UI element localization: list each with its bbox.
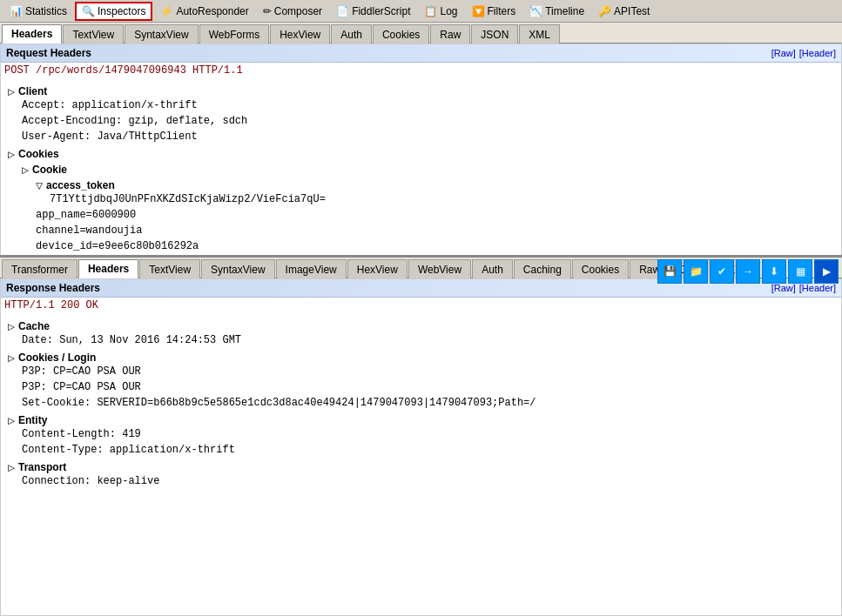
access-token-collapse-icon[interactable]: ▽ [36, 181, 43, 191]
toolbar-inspectors[interactable]: 🔍 Inspectors [75, 2, 152, 21]
main-toolbar: 📊 Statistics 🔍 Inspectors ⚡ AutoResponde… [0, 0, 842, 23]
transport-label: Transport [18, 461, 66, 473]
download-icon-btn[interactable]: ⬇ [762, 259, 786, 284]
response-header-links: [Raw] [Header] [771, 283, 836, 293]
request-tab-json[interactable]: JSON [471, 24, 518, 44]
accept-encoding-header: Accept-Encoding: gzip, deflate, sdch [8, 113, 834, 129]
cookies-login-collapse-icon[interactable]: ▷ [8, 353, 15, 363]
request-headers-title: Request Headers [6, 47, 91, 59]
response-tab-caching[interactable]: Caching [514, 259, 571, 278]
toolbar-composer[interactable]: ✏ Composer [257, 2, 328, 21]
response-tab-hexview[interactable]: HexView [347, 259, 408, 278]
request-tab-headers[interactable]: Headers [2, 24, 62, 44]
request-tab-xml[interactable]: XML [519, 24, 560, 44]
response-raw-link[interactable]: [Raw] [771, 283, 796, 293]
client-collapse-icon[interactable]: ▷ [8, 87, 15, 97]
request-tab-raw[interactable]: Raw [430, 24, 470, 44]
cookies-login-label: Cookies / Login [18, 352, 96, 364]
request-header-links: [Raw] [Header] [771, 48, 836, 58]
request-raw-link[interactable]: [Raw] [771, 48, 796, 58]
channel-item: channel=wandoujia [8, 223, 834, 238]
check-icon-btn[interactable]: ✔ [710, 259, 734, 284]
content-length-header: Content-Length: 419 [8, 426, 834, 442]
toolbar-filters-label: Filters [488, 5, 516, 17]
transport-collapse-icon[interactable]: ▷ [8, 463, 15, 472]
response-tab-transformer[interactable]: Transformer [2, 259, 77, 278]
request-tab-webforms[interactable]: WebForms [199, 24, 269, 44]
response-header-link[interactable]: [Header] [799, 283, 836, 293]
cache-label: Cache [18, 320, 50, 332]
p3p-1-header: P3P: CP=CAO PSA OUR [8, 364, 834, 379]
connection-header: Connection: keep-alive [8, 473, 834, 489]
request-headers-body: ▷ Client Accept: application/x-thrift Ac… [1, 78, 841, 258]
toolbar-log-label: Log [440, 5, 457, 17]
toolbar-timeline-label: Timeline [545, 5, 584, 17]
toolbar-apitest-label: APITest [614, 5, 650, 17]
response-tab-webview[interactable]: WebView [408, 259, 471, 278]
request-headers-section: Request Headers [Raw] [Header] POST /rpc… [0, 44, 842, 258]
cookies-group-label: ▷ Cookies [8, 148, 834, 160]
response-tab-textview[interactable]: TextView [139, 259, 200, 278]
request-tab-bar: Headers TextView SyntaxView WebForms Hex… [0, 23, 842, 44]
send-icon-btn[interactable]: → [736, 259, 760, 284]
timeline-icon: 📉 [529, 5, 542, 17]
set-cookie-header: Set-Cookie: SERVERID=b66b8b9c5e5865e1cdc… [8, 395, 834, 411]
script-icon: 📄 [336, 5, 349, 17]
request-tab-syntaxview[interactable]: SyntaxView [125, 24, 198, 44]
cookies-collapse-icon[interactable]: ▷ [8, 150, 15, 159]
entity-collapse-icon[interactable]: ▷ [8, 416, 15, 425]
toolbar-statistics[interactable]: 📊 Statistics [3, 2, 73, 21]
response-panel: Transformer Headers TextView SyntaxView … [0, 258, 842, 616]
response-tab-auth[interactable]: Auth [472, 259, 513, 278]
toolbar-apitest[interactable]: 🔑 APITest [592, 2, 656, 21]
save-icon-btn[interactable]: 💾 [657, 259, 682, 284]
transport-group-label: ▷ Transport [8, 461, 834, 473]
cookies-label: Cookies [18, 148, 59, 160]
toolbar-timeline[interactable]: 📉 Timeline [523, 2, 590, 21]
lightning-icon: ⚡ [160, 5, 173, 17]
filter-icon: 🔽 [472, 5, 485, 17]
toolbar-composer-label: Composer [274, 5, 322, 17]
entity-label: Entity [18, 414, 47, 426]
response-tab-imageview[interactable]: ImageView [276, 259, 347, 278]
chart-icon: 📊 [10, 5, 23, 17]
more-icon-btn[interactable]: ▶ [814, 259, 839, 284]
cookie-label: Cookie [32, 164, 67, 176]
response-tab-headers[interactable]: Headers [78, 259, 138, 278]
request-tab-auth[interactable]: Auth [331, 24, 372, 44]
response-status-line: HTTP/1.1 200 OK [1, 298, 841, 313]
access-token-group-label: ▽ access_token [8, 179, 834, 191]
request-headers-title-bar: Request Headers [Raw] [Header] [1, 44, 841, 63]
request-tab-hexview[interactable]: HexView [270, 24, 330, 44]
request-panel: Headers TextView SyntaxView WebForms Hex… [0, 23, 842, 258]
app-name-item: app_name=6000900 [8, 207, 834, 223]
toolbar-autoresponder[interactable]: ⚡ AutoResponder [154, 2, 254, 21]
request-line: POST /rpc/words/1479047096943 HTTP/1.1 [1, 63, 841, 78]
p3p-2-header: P3P: CP=CAO PSA OUR [8, 379, 834, 395]
request-header-link[interactable]: [Header] [799, 48, 836, 58]
cache-collapse-icon[interactable]: ▷ [8, 322, 15, 331]
cookie-collapse-icon[interactable]: ▷ [22, 165, 29, 175]
accept-header: Accept: application/x-thrift [8, 97, 834, 113]
entity-group-label: ▷ Entity [8, 414, 834, 426]
toolbar-log[interactable]: 📋 Log [418, 2, 463, 21]
compose-icon: ✏ [263, 5, 272, 17]
access-token-label: access_token [46, 179, 115, 191]
request-headers-content: ▷ Client Accept: application/x-thrift Ac… [1, 78, 841, 258]
request-tab-cookies[interactable]: Cookies [373, 24, 429, 44]
request-tab-textview[interactable]: TextView [63, 24, 124, 44]
response-tab-container: Transformer Headers TextView SyntaxView … [0, 258, 842, 278]
date-header: Date: Sun, 13 Nov 2016 14:24:53 GMT [8, 332, 834, 348]
cookie-subgroup-label: ▷ Cookie [8, 164, 834, 176]
toolbar-filters[interactable]: 🔽 Filters [466, 2, 522, 21]
user-agent-header: User-Agent: Java/THttpClient [8, 129, 834, 144]
grid-icon-btn[interactable]: ▦ [788, 259, 812, 284]
toolbar-fiddlerscript[interactable]: 📄 FiddlerScript [330, 2, 416, 21]
toolbar-autoresponder-label: AutoResponder [176, 5, 248, 17]
main-container: Headers TextView SyntaxView WebForms Hex… [0, 23, 842, 616]
log-icon: 📋 [424, 5, 437, 17]
client-label: Client [18, 85, 47, 97]
folder-icon-btn[interactable]: 📁 [684, 259, 708, 284]
response-tab-syntaxview[interactable]: SyntaxView [201, 259, 274, 278]
response-tab-cookies[interactable]: Cookies [572, 259, 629, 278]
